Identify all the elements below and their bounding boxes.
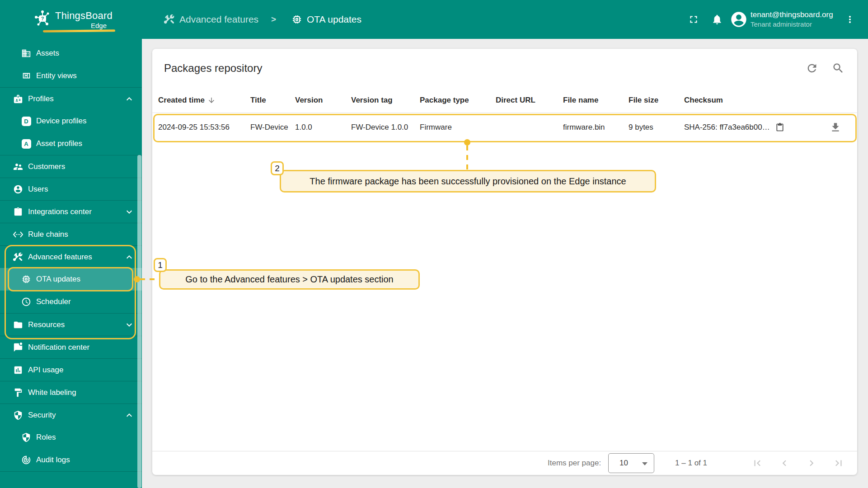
fullscreen-button[interactable] bbox=[685, 10, 703, 28]
user-avatar[interactable] bbox=[730, 10, 748, 28]
column-file-size[interactable]: File size bbox=[629, 96, 684, 105]
refresh-button[interactable] bbox=[806, 62, 818, 75]
track-changes-icon bbox=[21, 455, 32, 465]
header-menu-button[interactable] bbox=[844, 10, 856, 28]
sidebar-item-label: Assets bbox=[36, 49, 59, 58]
column-created-time[interactable]: Created time bbox=[158, 96, 250, 105]
sidebar-bottom-divider bbox=[0, 471, 142, 485]
brand-logo[interactable]: ? ThingsBoard Edge bbox=[0, 0, 142, 39]
table-header: Created time Title Version Version tag P… bbox=[152, 88, 857, 113]
column-package-type[interactable]: Package type bbox=[420, 96, 496, 105]
cell-package-type: Firmware bbox=[420, 122, 496, 132]
chevron-up-icon bbox=[124, 410, 135, 421]
sidebar-item-label: Audit logs bbox=[36, 455, 70, 465]
search-button[interactable] bbox=[832, 62, 845, 75]
construction-icon bbox=[13, 252, 23, 263]
download-icon[interactable] bbox=[830, 122, 841, 133]
breadcrumb-parent[interactable]: Advanced features bbox=[179, 14, 258, 25]
breadcrumb-current: OTA updates bbox=[291, 0, 361, 39]
sidebar-item-label: Customers bbox=[28, 162, 65, 171]
column-file-name[interactable]: File name bbox=[563, 96, 629, 105]
brand-name: ThingsBoard bbox=[55, 10, 113, 22]
more-vert-icon bbox=[845, 14, 855, 25]
last-page-button[interactable] bbox=[833, 457, 845, 469]
sidebar-item-security[interactable]: Security bbox=[0, 404, 142, 426]
construction-icon bbox=[164, 14, 175, 25]
thingsboard-logo-icon: ? bbox=[32, 8, 53, 31]
annotation2-connector bbox=[466, 145, 468, 170]
breadcrumb-separator: > bbox=[271, 0, 276, 39]
memory-icon bbox=[21, 274, 32, 285]
sidebar-item-advanced-features[interactable]: Advanced features bbox=[0, 245, 142, 268]
pagination-range: 1 – 1 of 1 bbox=[675, 459, 707, 468]
sidebar-item-label: Notification center bbox=[28, 343, 89, 352]
search-icon bbox=[832, 62, 845, 75]
folder-icon bbox=[13, 319, 23, 330]
sidebar-item-rule-chains[interactable]: Rule chains bbox=[0, 223, 142, 245]
sidebar-item-users[interactable]: Users bbox=[0, 178, 142, 200]
table-row[interactable]: 2024-09-25 15:53:56 FW-Device 1.0.0 FW-D… bbox=[152, 113, 857, 141]
column-version[interactable]: Version bbox=[295, 96, 351, 105]
sidebar-scrollbar-thumb[interactable] bbox=[137, 155, 141, 488]
sidebar-item-label: Resources bbox=[28, 320, 65, 329]
integration-instructions-icon bbox=[13, 206, 23, 217]
cell-checksum: SHA-256: ff7a3ea6b00… bbox=[684, 122, 809, 132]
pagination-bar: Items per page: 10 1 – 1 of 1 bbox=[152, 451, 857, 475]
first-page-button[interactable] bbox=[751, 457, 763, 469]
items-per-page-select[interactable]: 10 bbox=[608, 453, 654, 473]
sidebar-item-profiles[interactable]: Profiles bbox=[0, 87, 142, 110]
sidebar-item-roles[interactable]: Roles bbox=[0, 426, 142, 449]
column-title[interactable]: Title bbox=[250, 96, 295, 105]
sidebar-item-label: Users bbox=[28, 185, 48, 194]
next-page-button[interactable] bbox=[806, 457, 817, 469]
sidebar-item-api-usage[interactable]: API usage bbox=[0, 358, 142, 381]
brand-edition: Edge bbox=[55, 22, 107, 29]
sidebar-item-label: Rule chains bbox=[28, 230, 68, 239]
sidebar-item-resources[interactable]: Resources bbox=[0, 313, 142, 336]
column-version-tag[interactable]: Version tag bbox=[351, 96, 420, 105]
sidebar-item-device-profiles[interactable]: D Device profiles bbox=[0, 110, 142, 132]
annotation2-callout: The firmware package has been successful… bbox=[280, 170, 656, 192]
sidebar-nav: Assets Entity views Profiles D Device pr… bbox=[0, 39, 142, 488]
copy-checksum-icon[interactable] bbox=[775, 123, 784, 132]
account-circle-icon bbox=[13, 184, 23, 195]
annotation1-callout: Go to the Advanced features > OTA update… bbox=[159, 269, 420, 290]
user-info: tenant@thingsboard.org Tenant administra… bbox=[751, 10, 837, 29]
badge-icon bbox=[13, 94, 23, 104]
sidebar-item-notification-center[interactable]: Notification center bbox=[0, 336, 142, 358]
settings-ethernet-icon bbox=[13, 229, 23, 240]
notifications-button[interactable] bbox=[708, 10, 726, 28]
sidebar-item-entity-views[interactable]: Entity views bbox=[0, 65, 142, 87]
account-circle-icon bbox=[730, 10, 748, 29]
sidebar-item-ota-updates[interactable]: OTA updates bbox=[0, 268, 142, 291]
user-email: tenant@thingsboard.org bbox=[751, 10, 837, 20]
sidebar-item-integrations-center[interactable]: Integrations center bbox=[0, 200, 142, 223]
sidebar-item-label: Device profiles bbox=[36, 117, 87, 126]
sidebar-item-label: Asset profiles bbox=[36, 139, 82, 148]
breadcrumb-current-label: OTA updates bbox=[307, 14, 361, 25]
sidebar-item-asset-profiles[interactable]: A Asset profiles bbox=[0, 132, 142, 155]
asset-profile-icon: A bbox=[21, 138, 32, 149]
sidebar-item-assets[interactable]: Assets bbox=[0, 42, 142, 65]
chevron-up-icon bbox=[124, 252, 135, 263]
column-direct-url[interactable]: Direct URL bbox=[496, 96, 563, 105]
prev-page-button[interactable] bbox=[779, 457, 790, 469]
sidebar-item-label: White labeling bbox=[28, 388, 76, 397]
sidebar-item-white-labeling[interactable]: White labeling bbox=[0, 381, 142, 404]
sidebar-item-scheduler[interactable]: Scheduler bbox=[0, 291, 142, 313]
svg-text:?: ? bbox=[41, 16, 44, 21]
logo-yellow-underline bbox=[43, 29, 115, 33]
cell-file-size: 9 bytes bbox=[629, 122, 684, 132]
chevron-up-icon bbox=[124, 94, 135, 104]
column-checksum[interactable]: Checksum bbox=[684, 96, 809, 105]
shield-icon bbox=[13, 410, 23, 421]
select-caret-icon bbox=[642, 462, 647, 465]
cell-title: FW-Device bbox=[250, 122, 295, 132]
sidebar-item-audit-logs[interactable]: Audit logs bbox=[0, 449, 142, 471]
bell-icon bbox=[711, 14, 723, 25]
sidebar-item-customers[interactable]: Customers bbox=[0, 155, 142, 178]
breadcrumb[interactable]: Advanced features bbox=[164, 0, 258, 39]
annotation1-text: Go to the Advanced features > OTA update… bbox=[185, 274, 393, 285]
chevron-down-icon bbox=[124, 206, 135, 217]
chevron-down-icon bbox=[124, 319, 135, 330]
